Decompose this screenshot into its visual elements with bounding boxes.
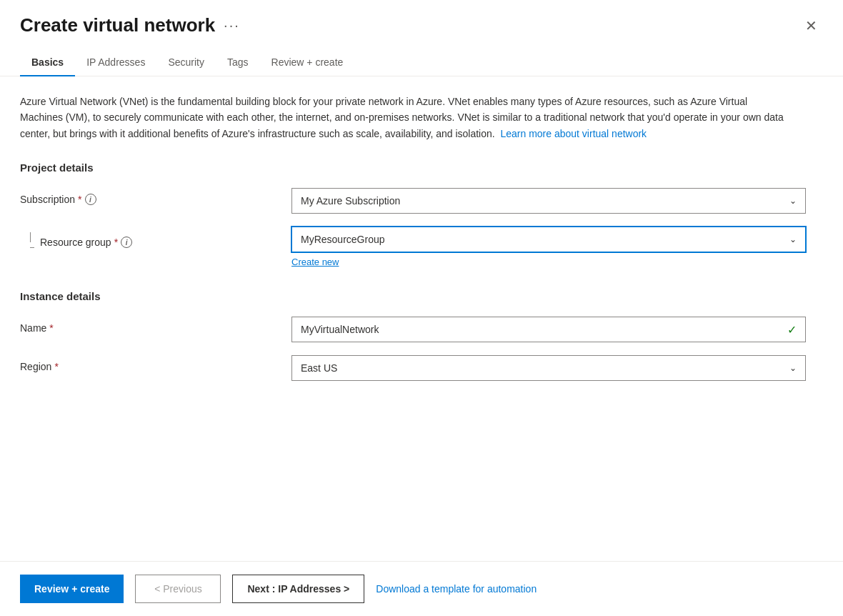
download-template-link[interactable]: Download a template for automation (376, 577, 537, 600)
region-control-col: East US ⌄ (291, 355, 823, 381)
name-label: Name (20, 322, 46, 334)
resource-group-info-icon[interactable]: i (121, 237, 132, 248)
name-row: Name * MyVirtualNetwork ✓ (20, 317, 823, 342)
more-options-icon[interactable]: ··· (224, 17, 240, 34)
resource-group-label: Resource group (40, 237, 111, 248)
name-valid-icon: ✓ (787, 323, 797, 337)
description-body: Azure Virtual Network (VNet) is the fund… (20, 96, 784, 139)
resource-group-dropdown[interactable]: MyResourceGroup ⌄ (291, 227, 806, 252)
tab-security[interactable]: Security (156, 49, 216, 76)
footer-bar: Review + create < Previous Next : IP Add… (0, 561, 843, 616)
region-required: * (54, 361, 58, 372)
name-label-col: Name * (20, 317, 291, 334)
project-details-title: Project details (20, 162, 823, 174)
resource-group-label-col: Resource group * i (20, 227, 291, 252)
learn-more-link[interactable]: Learn more about virtual network (500, 128, 647, 139)
subscription-required: * (78, 194, 81, 205)
close-button[interactable]: ✕ (799, 16, 823, 36)
create-new-resource-group-link[interactable]: Create new (291, 257, 823, 267)
tab-ip-addresses[interactable]: IP Addresses (75, 49, 156, 76)
tab-tags[interactable]: Tags (216, 49, 260, 76)
close-icon: ✕ (805, 18, 817, 34)
subscription-row: Subscription * i My Azure Subscription ⌄ (20, 188, 823, 214)
subscription-label-col: Subscription * i (20, 188, 291, 205)
region-label: Region (20, 361, 51, 372)
resource-group-row: Resource group * i MyResourceGroup ⌄ Cre… (20, 227, 823, 267)
tab-basics[interactable]: Basics (20, 49, 75, 76)
subscription-info-icon[interactable]: i (85, 194, 96, 205)
region-row: Region * East US ⌄ (20, 355, 823, 381)
previous-button[interactable]: < Previous (135, 575, 221, 603)
project-details-section: Project details Subscription * i My Azur… (20, 162, 823, 267)
resource-group-value: MyResourceGroup (301, 234, 385, 245)
tabs-container: Basics IP Addresses Security Tags Review… (0, 49, 843, 76)
subscription-dropdown[interactable]: My Azure Subscription ⌄ (291, 188, 806, 214)
tab-review-create[interactable]: Review + create (260, 49, 355, 76)
region-chevron-icon: ⌄ (789, 363, 797, 373)
name-control-col: MyVirtualNetwork ✓ (291, 317, 823, 342)
resource-group-chevron-icon: ⌄ (789, 234, 797, 244)
create-virtual-network-dialog: Create virtual network ··· ✕ Basics IP A… (0, 0, 843, 616)
description-text: Azure Virtual Network (VNet) is the fund… (20, 94, 792, 141)
review-create-button[interactable]: Review + create (20, 575, 124, 603)
name-required: * (49, 322, 53, 334)
resource-group-required: * (114, 237, 118, 248)
resource-group-control-col: MyResourceGroup ⌄ Create new (291, 227, 823, 267)
subscription-control-col: My Azure Subscription ⌄ (291, 188, 823, 214)
region-value: East US (301, 362, 337, 374)
subscription-label: Subscription (20, 194, 75, 205)
main-content: Azure Virtual Network (VNet) is the fund… (0, 76, 843, 561)
name-value: MyVirtualNetwork (301, 324, 379, 335)
dialog-header: Create virtual network ··· ✕ (0, 0, 843, 44)
subscription-chevron-icon: ⌄ (789, 196, 797, 206)
name-input[interactable]: MyVirtualNetwork ✓ (291, 317, 806, 342)
region-label-col: Region * (20, 355, 291, 372)
region-dropdown[interactable]: East US ⌄ (291, 355, 806, 381)
dialog-title-area: Create virtual network ··· (20, 14, 240, 36)
dialog-title: Create virtual network (20, 14, 215, 36)
tabs: Basics IP Addresses Security Tags Review… (20, 49, 823, 76)
next-button[interactable]: Next : IP Addresses > (232, 575, 364, 603)
instance-details-title: Instance details (20, 290, 823, 302)
subscription-value: My Azure Subscription (301, 195, 400, 207)
instance-details-section: Instance details Name * MyVirtualNetwork… (20, 290, 823, 381)
